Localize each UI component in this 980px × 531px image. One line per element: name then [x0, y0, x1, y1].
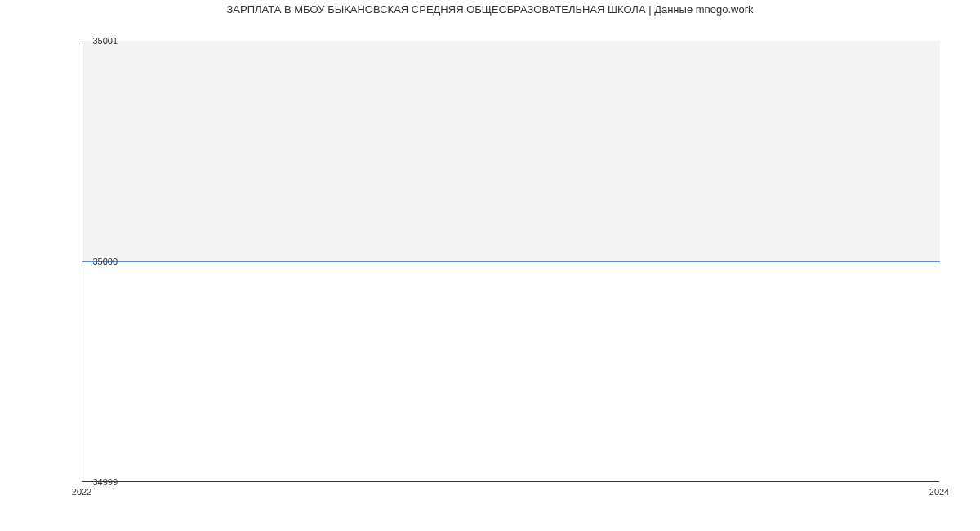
chart-container [82, 41, 939, 482]
y-tick-label: 34999 [92, 477, 118, 487]
y-tick-label: 35000 [92, 257, 118, 266]
x-tick-label: 2024 [929, 487, 949, 497]
plot-area [82, 41, 939, 482]
data-line [82, 261, 940, 262]
area-fill [82, 41, 940, 261]
chart-title: ЗАРПЛАТА В МБОУ БЫКАНОВСКАЯ СРЕДНЯЯ ОБЩЕ… [0, 0, 980, 16]
y-tick-label: 35001 [92, 36, 118, 46]
x-tick-label: 2022 [72, 487, 91, 497]
